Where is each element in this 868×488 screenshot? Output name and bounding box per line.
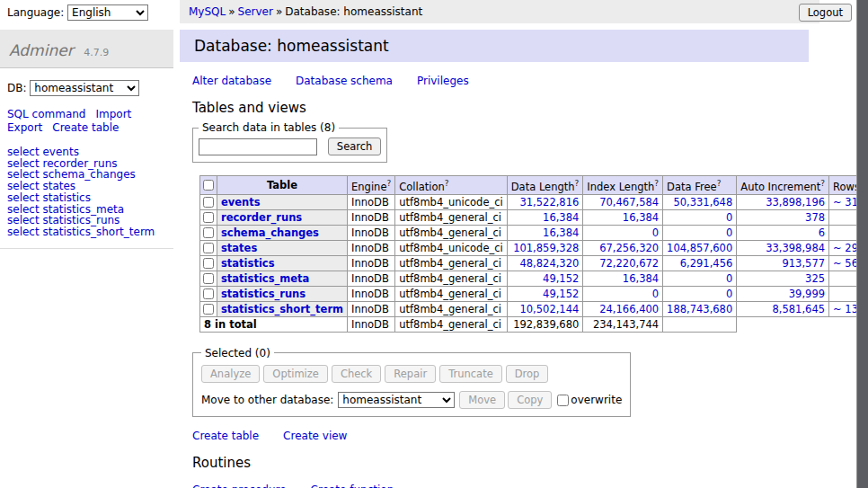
language-select[interactable]: English [67, 4, 148, 21]
help-icon[interactable]: ? [386, 179, 391, 188]
table-row: statistics InnoDB utf8mb4_general_ci 48,… [200, 255, 868, 271]
logout-button[interactable]: Logout [799, 4, 852, 22]
index-length-link[interactable]: 67,256,320 [599, 242, 659, 254]
help-icon[interactable]: ? [717, 179, 722, 188]
sidebar-table-link[interactable]: select statistics [7, 192, 166, 204]
collation-cell: utf8mb4_general_ci [395, 301, 508, 316]
table-row: events InnoDB utf8mb4_unicode_ci 31,522,… [200, 194, 868, 209]
copy-button[interactable]: Copy [508, 391, 552, 409]
index-length-link[interactable]: 0 [652, 288, 659, 300]
bulk-action-button[interactable]: Analyze [201, 365, 260, 383]
column-header-engine: Engine? [348, 176, 395, 195]
data-free-link[interactable]: 0 [726, 288, 732, 300]
help-icon[interactable]: ? [654, 179, 659, 188]
row-checkbox[interactable] [203, 288, 214, 299]
collation-cell: utf8mb4_general_ci [395, 255, 508, 271]
sidebar-action-link[interactable]: Import [95, 108, 131, 120]
routine-create-link[interactable]: Create procedure [192, 484, 287, 488]
bulk-action-button[interactable]: Optimize [263, 365, 328, 383]
auto-increment-link[interactable]: 378 [805, 211, 825, 224]
search-button[interactable]: Search [328, 138, 382, 155]
data-length-link[interactable]: 49,152 [543, 272, 579, 285]
data-free-link[interactable]: 0 [726, 211, 732, 224]
bulk-action-button[interactable]: Truncate [439, 365, 502, 383]
data-length-link[interactable]: 49,152 [543, 288, 579, 300]
table-name-link[interactable]: recorder_runs [221, 211, 302, 224]
help-icon[interactable]: ? [820, 179, 825, 188]
index-length-link[interactable]: 16,384 [623, 211, 659, 224]
index-length-link[interactable]: 72,220,672 [599, 257, 659, 270]
data-free-link[interactable]: 50,331,648 [673, 196, 732, 209]
row-checkbox[interactable] [203, 273, 214, 284]
auto-increment-link[interactable]: 33,398,984 [766, 242, 825, 254]
index-length-link[interactable]: 16,384 [623, 272, 659, 285]
move-db-select[interactable]: homeassistant [338, 392, 455, 408]
table-name-link[interactable]: statistics [221, 257, 275, 270]
row-checkbox[interactable] [203, 227, 214, 238]
index-length-link[interactable]: 24,166,400 [599, 303, 659, 315]
data-free-link[interactable]: 0 [726, 226, 732, 239]
overwrite-checkbox[interactable] [557, 395, 569, 406]
data-free-link[interactable]: 104,857,600 [667, 242, 732, 254]
auto-increment-link[interactable]: 913,577 [782, 257, 825, 270]
row-checkbox[interactable] [203, 197, 214, 208]
auto-increment-link[interactable]: 8,581,645 [773, 303, 826, 315]
vertical-scrollbar[interactable] [856, 0, 868, 488]
routine-create-link[interactable]: Create function [311, 484, 394, 488]
data-free-link[interactable]: 6,291,456 [680, 257, 733, 270]
create-link[interactable]: Create view [283, 430, 347, 442]
data-free-link[interactable]: 0 [726, 272, 732, 285]
search-input[interactable] [199, 138, 317, 155]
bulk-action-button[interactable]: Check [332, 365, 381, 383]
collation-cell: utf8mb4_general_ci [395, 209, 508, 225]
index-length-link[interactable]: 70,467,584 [599, 196, 659, 209]
sidebar-table-link[interactable]: select statistics_short_term [7, 226, 166, 238]
index-length-link[interactable]: 0 [652, 226, 659, 239]
table-name-link[interactable]: states [221, 242, 257, 254]
row-checkbox[interactable] [203, 304, 214, 315]
data-length-link[interactable]: 48,824,320 [519, 257, 579, 270]
help-icon[interactable]: ? [445, 179, 449, 188]
database-action-link[interactable]: Database schema [296, 75, 393, 87]
sidebar-table-link[interactable]: select events [7, 146, 166, 158]
data-length-link[interactable]: 31,522,816 [519, 196, 579, 209]
breadcrumb-separator: » [228, 5, 235, 18]
database-action-link[interactable]: Alter database [192, 75, 271, 87]
table-name-link[interactable]: events [221, 196, 261, 209]
move-button[interactable]: Move [459, 391, 505, 409]
sidebar-table-link[interactable]: select states [7, 181, 166, 192]
create-link[interactable]: Create table [192, 430, 259, 442]
data-length-link[interactable]: 16,384 [543, 226, 579, 239]
auto-increment-link[interactable]: 6 [819, 226, 825, 239]
table-name-link[interactable]: statistics_meta [221, 272, 309, 285]
language-label: Language: [7, 6, 64, 19]
table-name-link[interactable]: statistics_runs [221, 288, 306, 300]
language-bar: Language: English [0, 0, 173, 23]
database-action-link[interactable]: Privileges [417, 75, 469, 87]
data-length-link[interactable]: 101,859,328 [513, 242, 579, 254]
sidebar-action-link[interactable]: Export [7, 121, 42, 134]
row-checkbox[interactable] [203, 258, 214, 269]
db-select[interactable]: homeassistant [30, 80, 139, 96]
sidebar-action-link[interactable]: SQL command [7, 108, 85, 120]
bulk-action-button[interactable]: Drop [506, 365, 549, 383]
auto-increment-link[interactable]: 39,999 [789, 288, 825, 300]
engine-cell: InnoDB [348, 209, 395, 225]
bulk-action-button[interactable]: Repair [385, 365, 436, 383]
breadcrumb-link-mysql[interactable]: MySQL [189, 5, 226, 18]
auto-increment-link[interactable]: 325 [805, 272, 825, 285]
table-name-link[interactable]: statistics_short_term [221, 303, 343, 315]
sidebar-action-link[interactable]: Create table [52, 121, 119, 134]
table-name-link[interactable]: schema_changes [221, 226, 319, 239]
data-length-link[interactable]: 10,502,144 [519, 303, 579, 315]
select-all-checkbox[interactable] [203, 180, 214, 191]
row-checkbox[interactable] [203, 212, 214, 223]
help-icon[interactable]: ? [575, 179, 580, 188]
overwrite-label[interactable]: overwrite [557, 394, 622, 406]
breadcrumb-link-server[interactable]: Server [238, 5, 273, 18]
auto-increment-link[interactable]: 33,898,196 [766, 196, 825, 209]
row-checkbox[interactable] [203, 243, 214, 253]
data-free-link[interactable]: 188,743,680 [667, 303, 732, 315]
total-index-length: 234,143,744 [583, 316, 663, 332]
data-length-link[interactable]: 16,384 [543, 211, 579, 224]
